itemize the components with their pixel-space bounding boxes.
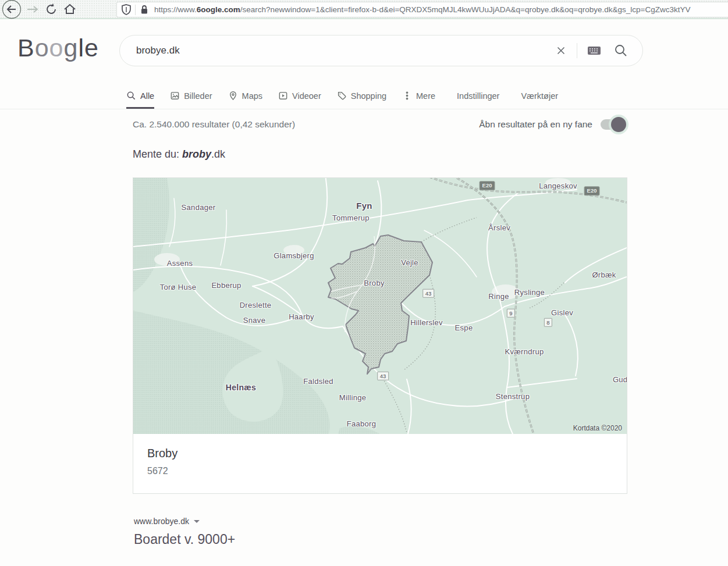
video-icon (278, 91, 288, 101)
shopping-tag-icon (337, 91, 347, 101)
place-postal-code: 5672 (147, 466, 613, 476)
urlbar-divider (135, 5, 136, 15)
result-stats: Ca. 2.540.000 resultater (0,42 sekunder) (133, 119, 295, 130)
map-attribution: Kortdata ©2020 (573, 424, 622, 432)
route-badge-9: 9 (507, 309, 515, 318)
forward-icon (25, 2, 40, 17)
back-icon (2, 0, 22, 19)
tab-billeder[interactable]: Billeder (170, 83, 212, 109)
url-bar[interactable]: https://www.6oogle.com/search?newwindow=… (116, 2, 728, 17)
map-label: Haarby (289, 312, 314, 321)
close-icon (555, 44, 567, 57)
map-pin-icon (228, 91, 238, 101)
route-badge-8: 8 (544, 318, 552, 327)
tab-mere[interactable]: Mere (402, 83, 435, 109)
tab-maps[interactable]: Maps (228, 83, 262, 109)
map-label: Espe (455, 323, 473, 332)
map-label: Langeskov (539, 181, 577, 190)
search-icon (613, 43, 628, 58)
search-icon (126, 91, 136, 101)
back-button[interactable] (2, 0, 22, 19)
browser-toolbar: https://www.6oogle.com/search?newwindow=… (0, 0, 728, 19)
logo-letter: o (35, 34, 49, 62)
map-label: Broby (364, 279, 384, 287)
did-you-mean[interactable]: Mente du: broby.dk (133, 148, 225, 161)
map-label: Hillerslev (410, 318, 443, 327)
result-url-row[interactable]: www.brobye.dk (134, 517, 235, 526)
reload-icon (44, 2, 59, 17)
map-place-info: Broby 5672 (133, 434, 627, 493)
search-divider (577, 43, 577, 58)
map-label: Faldsled (303, 377, 333, 386)
map-label: Kværndrup (505, 347, 544, 356)
toggle-knob (611, 117, 626, 132)
home-icon (62, 2, 77, 17)
map-label: Stenstrup (496, 392, 530, 401)
place-title[interactable]: Broby (147, 447, 613, 460)
keyboard-icon (587, 45, 602, 56)
open-in-new-tab-toggle[interactable] (601, 119, 624, 130)
new-tab-toggle-label: Åbn resultater på en ny fane (479, 119, 592, 130)
search-box[interactable] (119, 35, 643, 66)
search-input[interactable] (136, 45, 549, 56)
map-label-region: Fyn (356, 201, 372, 211)
map-label: Assens (167, 259, 193, 268)
chevron-down-icon[interactable] (194, 520, 200, 523)
map-label: Faaborg (347, 419, 377, 428)
image-icon (170, 91, 180, 101)
tab-videoer[interactable]: Videoer (278, 83, 321, 109)
map-label: Gislev (551, 308, 573, 317)
home-button[interactable] (62, 2, 77, 17)
map-label: Ryslinge (514, 288, 545, 297)
logo-letter: o (49, 34, 64, 62)
route-badge-e20: E20 (584, 186, 600, 195)
map-label: Gudme (613, 375, 627, 384)
map-label: Torø Huse (160, 283, 197, 291)
logo-letter: e (84, 34, 99, 62)
search-result: www.brobye.dk Boardet v. 9000+ (134, 517, 235, 547)
result-url[interactable]: www.brobye.dk (134, 517, 189, 526)
tab-alle[interactable]: Alle (126, 83, 154, 109)
logo-letter: l (78, 34, 84, 62)
did-you-mean-prefix: Mente du: (133, 148, 182, 160)
did-you-mean-term[interactable]: broby (182, 148, 211, 160)
header-divider (0, 109, 728, 109)
map-label: Millinge (339, 393, 366, 402)
tracking-shield-icon[interactable] (121, 4, 132, 15)
map[interactable]: Sandager Fyn Tommerup Langeskov Årslev G… (133, 178, 627, 434)
map-card: Sandager Fyn Tommerup Langeskov Årslev G… (133, 177, 627, 494)
result-title[interactable]: Boardet v. 9000+ (134, 532, 235, 547)
tab-label: Værktøjer (521, 91, 558, 101)
forward-button[interactable] (25, 2, 40, 17)
route-badge-e20: E20 (480, 181, 495, 190)
map-label-area: Helnæs (226, 383, 256, 392)
route-badge-43: 43 (422, 289, 434, 298)
map-label: Tommerup (332, 213, 370, 222)
map-label: Snave (243, 316, 265, 325)
reload-button[interactable] (44, 2, 59, 17)
search-submit-button[interactable] (608, 43, 630, 58)
map-label: Dreslette (240, 301, 272, 309)
map-label: Ebberup (211, 281, 241, 290)
tab-vaerktoejer[interactable]: Værktøjer (521, 83, 558, 109)
tab-label: Maps (242, 91, 262, 101)
url-text: https://www.6oogle.com/search?newwindow=… (154, 5, 690, 14)
did-you-mean-suffix[interactable]: .dk (211, 148, 225, 160)
logo-letter: B (17, 34, 35, 62)
map-label: Vejle (401, 258, 418, 267)
map-label: Glamsbjerg (274, 251, 314, 260)
map-graphic (133, 178, 627, 434)
clear-search-button[interactable] (549, 44, 573, 57)
virtual-keyboard-button[interactable] (581, 45, 608, 56)
tab-label: Indstillinger (457, 91, 499, 101)
more-dots-icon (402, 91, 412, 101)
logo-letter: g (64, 34, 79, 62)
logo[interactable]: Boogle (17, 34, 99, 62)
map-label: Årslev (488, 223, 510, 232)
tab-label: Videoer (292, 91, 321, 101)
tab-indstillinger[interactable]: Indstillinger (457, 83, 499, 109)
tab-label: Shopping (351, 91, 386, 101)
tab-shopping[interactable]: Shopping (337, 83, 386, 109)
lock-icon[interactable] (139, 4, 150, 15)
map-region-broby[interactable] (328, 235, 432, 374)
